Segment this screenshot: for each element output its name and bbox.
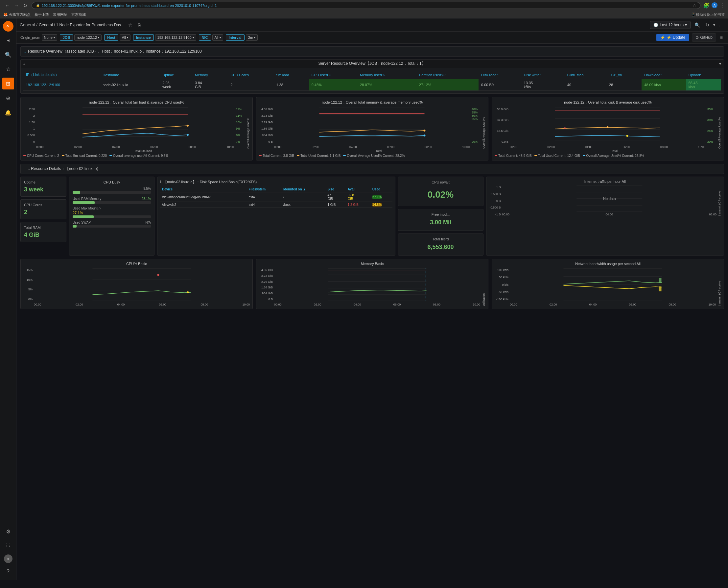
traffic-x-axis: 00:0004:0008:00: [502, 213, 717, 216]
svg-point-14: [424, 130, 426, 131]
back-button[interactable]: ←: [3, 2, 11, 9]
refresh-btn[interactable]: ↻: [704, 21, 711, 29]
interval-label-active[interactable]: Interval: [226, 34, 245, 41]
star-icon[interactable]: ☆: [2, 63, 14, 75]
forward-button[interactable]: →: [13, 2, 20, 9]
bookmark-common[interactable]: 常用网址: [53, 12, 67, 17]
col-disk-read[interactable]: Disk read*: [479, 71, 521, 79]
job-label-active[interactable]: JOB: [60, 34, 73, 41]
job-select[interactable]: node-122.12 ▾: [74, 34, 102, 41]
bookmark-jd[interactable]: 京东商城: [71, 12, 86, 17]
svg-point-21: [607, 126, 609, 128]
ram-progress-row: Used RAM Memory 28.1%: [73, 197, 151, 204]
tv-mode-btn[interactable]: ⬚: [718, 21, 725, 29]
memory-chart-title: node-122.12：Overall total memory & avera…: [259, 100, 485, 105]
nic-label-active[interactable]: NIC: [199, 34, 211, 41]
mobile-bookmark[interactable]: 📱移动设备上的书签: [691, 12, 725, 17]
bookmark-firefox[interactable]: 🦊 火狐官方站点: [3, 12, 30, 17]
more-menu-btn[interactable]: ≡: [719, 34, 724, 41]
col-currestab[interactable]: CurrEstab: [565, 71, 606, 79]
col-uptime[interactable]: Uptime: [160, 71, 192, 79]
table-row: 192.168.122.12:9100 node-02.linux.io 2.9…: [23, 79, 721, 91]
general-link[interactable]: General: [20, 22, 35, 27]
col-ip[interactable]: IP（Link to details）: [23, 71, 100, 79]
legend-avg-used: Overall average used% Current: 9.5%: [109, 154, 168, 158]
total-ram-panel: Total RAM 4 GiB: [20, 222, 66, 242]
cpu-load-chart-panel: node-122.12：Overall total 5m load & aver…: [20, 97, 253, 161]
ip-link[interactable]: 192.168.122.12:9100: [26, 83, 60, 87]
nic-select[interactable]: All ▾: [212, 34, 223, 41]
col-cpu-used[interactable]: CPU used%: [309, 71, 358, 79]
disk-device-1: /dev/mapper/ubuntu-vg-ubuntu-lv: [160, 192, 247, 202]
cpu-load-svg: [36, 107, 234, 144]
github-button[interactable]: ⊙ GitHub: [692, 34, 716, 41]
instance-label-active[interactable]: Instance: [133, 34, 154, 41]
legend-disk-total: Total Current: 48.9 GiB: [495, 154, 532, 158]
bell-icon[interactable]: 🔔: [2, 107, 14, 119]
user-icon[interactable]: ●: [4, 554, 13, 563]
iowait-stats-column: CPU iowait 0.02% Free inod... 3.00 Mil T…: [398, 176, 483, 255]
upload-cell: 66.45kb/s: [686, 79, 721, 91]
col-hostname[interactable]: Hostname: [100, 71, 160, 79]
host-label-active[interactable]: Host: [104, 34, 118, 41]
table-panel-title: Server Resource Overview【JOB：node-122.12…: [318, 61, 425, 66]
breadcrumb: General / General / 1 Node Exporter for …: [20, 22, 124, 27]
col-download[interactable]: Download*: [642, 71, 686, 79]
origin-prom-arrow: ▾: [53, 36, 55, 39]
disk-fs-2: ext4: [247, 202, 281, 208]
help-icon[interactable]: ?: [2, 566, 14, 578]
cpu-busy-panel: CPU Busy 9.5% Used RAM Memory 28.1%: [69, 176, 154, 255]
resource-details-header[interactable]: ↓ ↓ Resource Details：【node-02.linux.io】: [20, 164, 724, 174]
col-tcp-tw[interactable]: TCP_tw: [606, 71, 642, 79]
col-disk-write[interactable]: Disk write*: [521, 71, 565, 79]
menu-icon[interactable]: ⋮: [720, 2, 725, 8]
legend-cpu-cores: CPU Cores Current: 2: [23, 154, 59, 158]
zoom-out-btn[interactable]: 🔍: [693, 21, 701, 29]
disk-info-icon[interactable]: ℹ: [160, 180, 161, 184]
col-memory[interactable]: Memory: [192, 71, 228, 79]
shield-icon[interactable]: 🛡: [2, 540, 14, 552]
instance-select[interactable]: 192.168.122.12:9100 ▾: [155, 34, 196, 41]
disk-device-2: /dev/vda2: [160, 202, 247, 208]
reload-button[interactable]: ↻: [22, 2, 29, 9]
share-btn[interactable]: ⎘: [136, 21, 142, 29]
load-cell: 1.38: [274, 79, 309, 91]
disk-size-2: 1 GiB: [325, 202, 346, 208]
partition-cell: 27.12%: [416, 79, 479, 91]
col-partition-used[interactable]: Partition used%*: [416, 71, 479, 79]
dashboards-icon[interactable]: ⊞: [2, 78, 14, 89]
info-icon[interactable]: ℹ: [23, 62, 25, 66]
col-cpu-cores[interactable]: CPU Cores: [228, 71, 273, 79]
ram-bar: [73, 201, 95, 204]
col-upload[interactable]: Upload*: [686, 71, 721, 79]
address-bar[interactable]: 🔒 192.168.122.21:3000/d/xfpJB9FGz/1-node…: [31, 2, 700, 9]
col-mem-used[interactable]: Memory used%: [357, 71, 416, 79]
origin-prom-select[interactable]: None ▾: [42, 34, 57, 41]
disk-write-cell: 13.35kB/s: [521, 79, 565, 91]
filefd-panel: Total filefd 6,553,600: [398, 233, 483, 255]
disk-chart-panel: node-122.12：Overall total disk & average…: [492, 97, 724, 161]
max-mount-label: Used Max Mount(/): [73, 207, 151, 210]
col-5m-load[interactable]: 5m load: [274, 71, 309, 79]
mem-left-y-label: Total: [259, 149, 485, 153]
explore-icon[interactable]: ⊕: [2, 92, 14, 104]
swap-bar-bg: [73, 225, 151, 228]
sidebar-collapse-btn[interactable]: ◀: [2, 34, 14, 46]
star-dashboard-btn[interactable]: ☆: [127, 21, 134, 29]
disk-chart-title: node-122.12：Overall total disk & average…: [495, 100, 721, 105]
interval-select[interactable]: 2m ▾: [246, 34, 258, 41]
host-arrow: ▾: [127, 36, 128, 39]
grafana-logo[interactable]: G: [3, 21, 14, 31]
charts-grid: node-122.12：Overall total 5m load & aver…: [20, 97, 724, 161]
search-icon[interactable]: 🔍: [2, 49, 14, 61]
disk-avail-1: 32.8GiB: [346, 192, 370, 202]
update-button[interactable]: ⚡ ⚡ Update: [656, 34, 689, 41]
swap-progress-row: Used SWAP N/A: [73, 220, 151, 228]
dropdown-arrow-icon[interactable]: ▾: [719, 62, 721, 66]
overview-section-header[interactable]: ↓ Resource Overview（associated JOB）、Host…: [20, 46, 724, 57]
time-range-picker[interactable]: 🕐 Last 12 hours ▾: [650, 21, 690, 29]
host-select[interactable]: All ▾: [119, 34, 131, 41]
gear-icon[interactable]: ⚙: [2, 526, 14, 537]
total-ram-value: 4 GiB: [24, 232, 63, 238]
bookmark-newuser[interactable]: 新手上路: [35, 12, 49, 17]
